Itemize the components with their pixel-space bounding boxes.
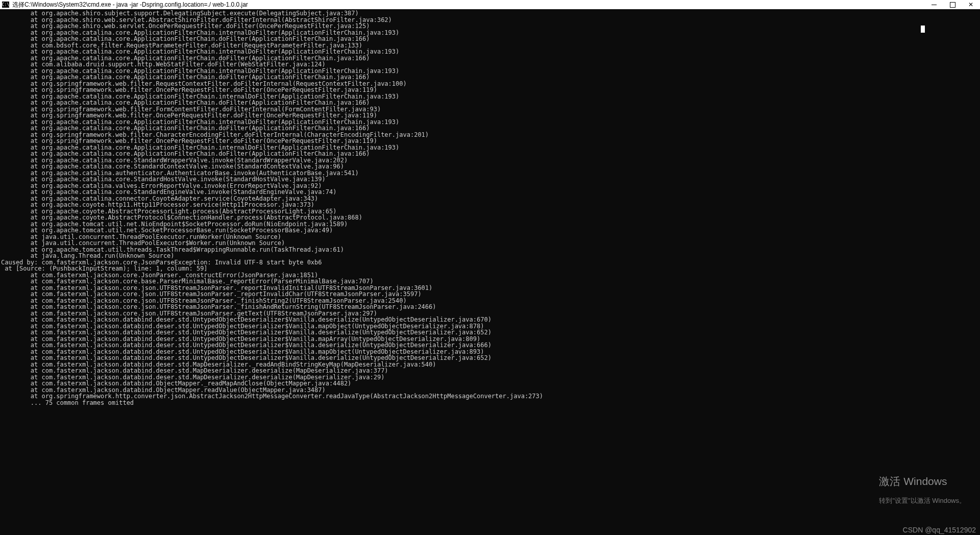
close-button[interactable] bbox=[962, 0, 980, 9]
csdn-watermark: CSDN @qq_41512902 bbox=[903, 527, 976, 533]
window-title: 选择C:\Windows\System32\cmd.exe - java -ja… bbox=[12, 1, 925, 9]
stack-trace-text: at org.apache.shiro.subject.support.Dele… bbox=[1, 10, 543, 406]
watermark-line1: 激活 Windows bbox=[879, 478, 966, 485]
text-cursor bbox=[921, 26, 925, 33]
windows-activation-watermark: 激活 Windows 转到"设置"以激活 Windows。 bbox=[879, 466, 966, 517]
maximize-button[interactable] bbox=[943, 0, 962, 9]
watermark-line2: 转到"设置"以激活 Windows。 bbox=[879, 498, 966, 504]
window-buttons bbox=[925, 0, 980, 9]
titlebar[interactable]: C:\ 选择C:\Windows\System32\cmd.exe - java… bbox=[0, 0, 980, 9]
cmd-window: C:\ 选择C:\Windows\System32\cmd.exe - java… bbox=[0, 0, 980, 535]
terminal-output[interactable]: at org.apache.shiro.subject.support.Dele… bbox=[0, 9, 980, 535]
cmd-icon: C:\ bbox=[2, 2, 9, 8]
minimize-button[interactable] bbox=[925, 0, 943, 9]
